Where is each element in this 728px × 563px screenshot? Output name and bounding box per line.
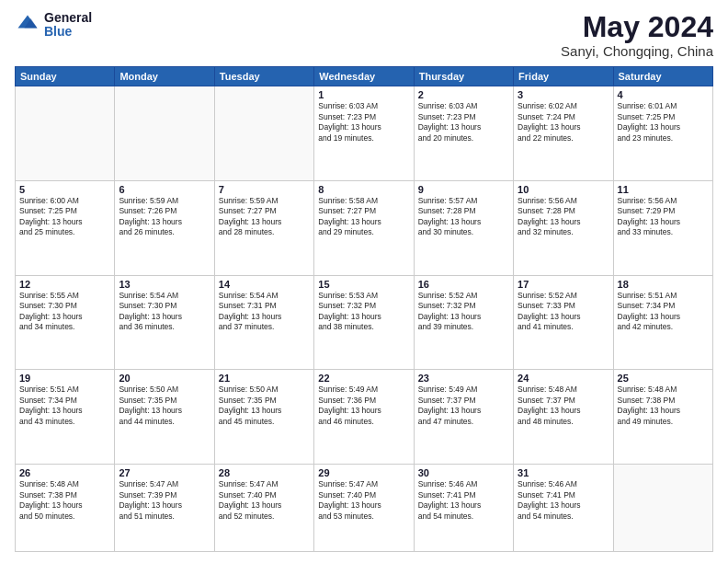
- day-cell: 5Sunrise: 6:00 AM Sunset: 7:25 PM Daylig…: [16, 180, 115, 275]
- day-cell: 27Sunrise: 5:47 AM Sunset: 7:39 PM Dayli…: [115, 465, 214, 552]
- day-cell: [16, 86, 115, 181]
- day-cell: 23Sunrise: 5:49 AM Sunset: 7:37 PM Dayli…: [414, 370, 513, 465]
- col-header-saturday: Saturday: [613, 67, 712, 86]
- day-number: 24: [518, 373, 609, 384]
- logo-text: General Blue: [44, 11, 92, 40]
- day-cell: 21Sunrise: 5:50 AM Sunset: 7:35 PM Dayli…: [214, 370, 313, 465]
- col-header-friday: Friday: [514, 67, 613, 86]
- day-number: 8: [318, 184, 409, 195]
- day-cell: 31Sunrise: 5:46 AM Sunset: 7:41 PM Dayli…: [514, 465, 613, 552]
- day-cell: 17Sunrise: 5:52 AM Sunset: 7:33 PM Dayli…: [514, 275, 613, 370]
- day-info: Sunrise: 5:47 AM Sunset: 7:40 PM Dayligh…: [318, 479, 409, 522]
- week-row-1: 5Sunrise: 6:00 AM Sunset: 7:25 PM Daylig…: [16, 180, 713, 275]
- day-cell: 22Sunrise: 5:49 AM Sunset: 7:36 PM Dayli…: [314, 370, 414, 465]
- day-cell: 18Sunrise: 5:51 AM Sunset: 7:34 PM Dayli…: [613, 275, 712, 370]
- day-info: Sunrise: 5:54 AM Sunset: 7:30 PM Dayligh…: [119, 291, 210, 333]
- day-cell: [613, 465, 712, 552]
- day-cell: 13Sunrise: 5:54 AM Sunset: 7:30 PM Dayli…: [115, 275, 214, 370]
- day-cell: 4Sunrise: 6:01 AM Sunset: 7:25 PM Daylig…: [613, 86, 712, 181]
- day-number: 12: [19, 279, 110, 290]
- day-info: Sunrise: 5:51 AM Sunset: 7:34 PM Dayligh…: [19, 385, 110, 427]
- day-number: 6: [119, 184, 210, 195]
- day-cell: 12Sunrise: 5:55 AM Sunset: 7:30 PM Dayli…: [16, 275, 115, 370]
- day-cell: 8Sunrise: 5:58 AM Sunset: 7:27 PM Daylig…: [314, 180, 414, 275]
- day-cell: 24Sunrise: 5:48 AM Sunset: 7:37 PM Dayli…: [514, 370, 613, 465]
- day-cell: 26Sunrise: 5:48 AM Sunset: 7:38 PM Dayli…: [16, 465, 115, 552]
- day-number: 11: [618, 184, 709, 195]
- day-number: 4: [618, 89, 709, 100]
- logo-general: General: [44, 11, 92, 25]
- day-cell: [115, 86, 214, 181]
- day-number: 19: [19, 373, 110, 384]
- day-info: Sunrise: 5:58 AM Sunset: 7:27 PM Dayligh…: [318, 196, 409, 238]
- day-cell: 6Sunrise: 5:59 AM Sunset: 7:26 PM Daylig…: [115, 180, 214, 275]
- day-cell: 3Sunrise: 6:02 AM Sunset: 7:24 PM Daylig…: [514, 86, 613, 181]
- day-number: 31: [518, 467, 609, 478]
- day-info: Sunrise: 5:48 AM Sunset: 7:38 PM Dayligh…: [19, 479, 110, 522]
- day-info: Sunrise: 5:50 AM Sunset: 7:35 PM Dayligh…: [119, 385, 210, 427]
- day-cell: 16Sunrise: 5:52 AM Sunset: 7:32 PM Dayli…: [414, 275, 513, 370]
- day-cell: 25Sunrise: 5:48 AM Sunset: 7:38 PM Dayli…: [613, 370, 712, 465]
- day-info: Sunrise: 5:57 AM Sunset: 7:28 PM Dayligh…: [418, 196, 509, 238]
- subtitle: Sanyi, Chongqing, China: [561, 43, 713, 59]
- col-header-sunday: Sunday: [16, 67, 115, 86]
- day-info: Sunrise: 5:52 AM Sunset: 7:33 PM Dayligh…: [518, 291, 609, 333]
- day-number: 28: [219, 467, 310, 478]
- day-number: 18: [618, 279, 709, 290]
- col-header-tuesday: Tuesday: [214, 67, 313, 86]
- day-info: Sunrise: 6:03 AM Sunset: 7:23 PM Dayligh…: [418, 101, 509, 144]
- day-number: 10: [518, 184, 609, 195]
- col-header-wednesday: Wednesday: [314, 67, 414, 86]
- day-info: Sunrise: 5:53 AM Sunset: 7:32 PM Dayligh…: [318, 291, 409, 333]
- day-number: 23: [418, 373, 509, 384]
- week-row-0: 1Sunrise: 6:03 AM Sunset: 7:23 PM Daylig…: [16, 86, 713, 181]
- title-block: May 2024 Sanyi, Chongqing, China: [561, 11, 713, 59]
- day-info: Sunrise: 5:48 AM Sunset: 7:38 PM Dayligh…: [618, 385, 709, 427]
- day-number: 2: [418, 89, 509, 100]
- calendar-header-row: SundayMondayTuesdayWednesdayThursdayFrid…: [16, 67, 713, 86]
- day-cell: 7Sunrise: 5:59 AM Sunset: 7:27 PM Daylig…: [214, 180, 313, 275]
- day-number: 3: [518, 89, 609, 100]
- day-info: Sunrise: 6:01 AM Sunset: 7:25 PM Dayligh…: [618, 101, 709, 144]
- day-number: 13: [119, 279, 210, 290]
- logo: General Blue: [15, 11, 92, 40]
- day-cell: 1Sunrise: 6:03 AM Sunset: 7:23 PM Daylig…: [314, 86, 414, 181]
- day-info: Sunrise: 5:59 AM Sunset: 7:27 PM Dayligh…: [219, 196, 310, 238]
- day-number: 15: [318, 279, 409, 290]
- day-info: Sunrise: 5:56 AM Sunset: 7:29 PM Dayligh…: [618, 196, 709, 238]
- day-number: 7: [219, 184, 310, 195]
- day-cell: 28Sunrise: 5:47 AM Sunset: 7:40 PM Dayli…: [214, 465, 313, 552]
- day-number: 16: [418, 279, 509, 290]
- day-info: Sunrise: 5:49 AM Sunset: 7:36 PM Dayligh…: [318, 385, 409, 427]
- day-number: 9: [418, 184, 509, 195]
- day-cell: 19Sunrise: 5:51 AM Sunset: 7:34 PM Dayli…: [16, 370, 115, 465]
- day-cell: [214, 86, 313, 181]
- day-number: 5: [19, 184, 110, 195]
- day-cell: 20Sunrise: 5:50 AM Sunset: 7:35 PM Dayli…: [115, 370, 214, 465]
- day-cell: 15Sunrise: 5:53 AM Sunset: 7:32 PM Dayli…: [314, 275, 414, 370]
- week-row-4: 26Sunrise: 5:48 AM Sunset: 7:38 PM Dayli…: [16, 465, 713, 552]
- col-header-monday: Monday: [115, 67, 214, 86]
- day-cell: 10Sunrise: 5:56 AM Sunset: 7:28 PM Dayli…: [514, 180, 613, 275]
- day-info: Sunrise: 5:47 AM Sunset: 7:39 PM Dayligh…: [119, 479, 210, 522]
- day-number: 26: [19, 467, 110, 478]
- week-row-2: 12Sunrise: 5:55 AM Sunset: 7:30 PM Dayli…: [16, 275, 713, 370]
- page: General Blue May 2024 Sanyi, Chongqing, …: [0, 0, 728, 563]
- day-info: Sunrise: 5:49 AM Sunset: 7:37 PM Dayligh…: [418, 385, 509, 427]
- day-number: 17: [518, 279, 609, 290]
- day-number: 20: [119, 373, 210, 384]
- day-cell: 2Sunrise: 6:03 AM Sunset: 7:23 PM Daylig…: [414, 86, 513, 181]
- day-cell: 29Sunrise: 5:47 AM Sunset: 7:40 PM Dayli…: [314, 465, 414, 552]
- day-number: 27: [119, 467, 210, 478]
- day-info: Sunrise: 5:48 AM Sunset: 7:37 PM Dayligh…: [518, 385, 609, 427]
- logo-blue: Blue: [44, 25, 92, 39]
- day-number: 29: [318, 467, 409, 478]
- day-number: 21: [219, 373, 310, 384]
- day-cell: 9Sunrise: 5:57 AM Sunset: 7:28 PM Daylig…: [414, 180, 513, 275]
- day-info: Sunrise: 6:00 AM Sunset: 7:25 PM Dayligh…: [19, 196, 110, 238]
- day-info: Sunrise: 5:46 AM Sunset: 7:41 PM Dayligh…: [518, 479, 609, 522]
- day-info: Sunrise: 5:51 AM Sunset: 7:34 PM Dayligh…: [618, 291, 709, 333]
- day-number: 25: [618, 373, 709, 384]
- week-row-3: 19Sunrise: 5:51 AM Sunset: 7:34 PM Dayli…: [16, 370, 713, 465]
- main-title: May 2024: [561, 11, 713, 43]
